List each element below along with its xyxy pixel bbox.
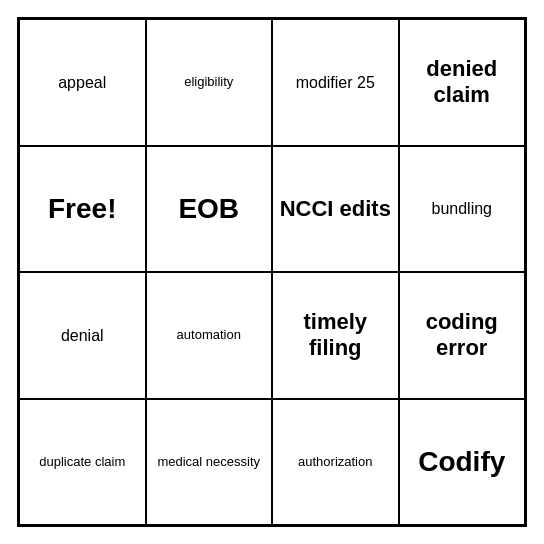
bingo-cell-ncciedits[interactable]: NCCI edits — [272, 146, 399, 273]
bingo-cell-appeal[interactable]: appeal — [19, 19, 146, 146]
bingo-cell-codify[interactable]: Codify — [399, 399, 526, 526]
bingo-cell-codingerror[interactable]: coding error — [399, 272, 526, 399]
bingo-cell-timelyfiling[interactable]: timely filing — [272, 272, 399, 399]
cell-label-duplicateclaim: duplicate claim — [39, 454, 125, 470]
bingo-cell-modifier25[interactable]: modifier 25 — [272, 19, 399, 146]
bingo-cell-eob[interactable]: EOB — [146, 146, 273, 273]
cell-label-appeal: appeal — [58, 73, 106, 92]
bingo-cell-authorization[interactable]: authorization — [272, 399, 399, 526]
cell-label-modifier25: modifier 25 — [296, 73, 375, 92]
cell-label-eligibility: eligibility — [184, 74, 233, 90]
cell-label-bundling: bundling — [432, 199, 493, 218]
cell-label-ncciedits: NCCI edits — [280, 196, 391, 222]
bingo-cell-duplicateclaim[interactable]: duplicate claim — [19, 399, 146, 526]
cell-label-denial: denial — [61, 326, 104, 345]
bingo-cell-denial[interactable]: denial — [19, 272, 146, 399]
bingo-cell-bundling[interactable]: bundling — [399, 146, 526, 273]
cell-label-codify: Codify — [418, 445, 505, 479]
cell-label-codingerror: coding error — [406, 309, 519, 362]
cell-label-eob: EOB — [178, 192, 239, 226]
bingo-cell-free[interactable]: Free! — [19, 146, 146, 273]
bingo-cell-medicalnecessity[interactable]: medical necessity — [146, 399, 273, 526]
cell-label-deniedclaim: denied claim — [406, 56, 519, 109]
bingo-cell-automation[interactable]: automation — [146, 272, 273, 399]
cell-label-automation: automation — [177, 327, 241, 343]
cell-label-medicalnecessity: medical necessity — [157, 454, 260, 470]
bingo-cell-eligibility[interactable]: eligibility — [146, 19, 273, 146]
bingo-grid: appealeligibilitymodifier 25denied claim… — [17, 17, 527, 527]
cell-label-timelyfiling: timely filing — [279, 309, 392, 362]
cell-label-authorization: authorization — [298, 454, 372, 470]
cell-label-free: Free! — [48, 192, 116, 226]
bingo-cell-deniedclaim[interactable]: denied claim — [399, 19, 526, 146]
